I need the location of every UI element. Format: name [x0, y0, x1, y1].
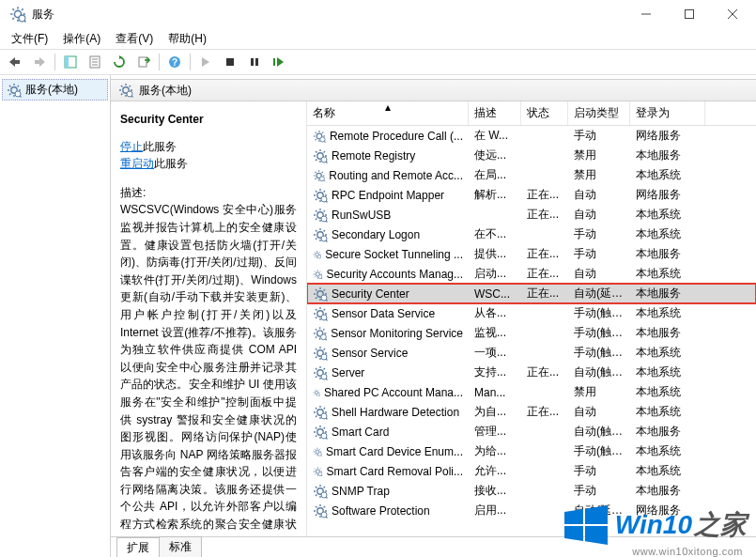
refresh-button[interactable]: [108, 52, 131, 72]
cell-name: RPC Endpoint Mapper: [307, 187, 469, 204]
column-name[interactable]: 名称▴: [307, 101, 469, 125]
minimize-button[interactable]: [625, 0, 668, 28]
cell-startup: 手动(触发...: [568, 344, 630, 362]
table-row[interactable]: Server支持...正在...自动(触发...本地系统: [307, 363, 756, 382]
svg-marker-33: [585, 526, 608, 545]
toolbar-separator: [159, 54, 160, 70]
menu-file[interactable]: 文件(F): [4, 29, 55, 49]
column-startup[interactable]: 启动类型: [568, 101, 630, 125]
cell-status: 正在...: [521, 364, 568, 381]
column-description[interactable]: 描述: [469, 101, 521, 125]
cell-name: Server: [307, 364, 469, 381]
table-row[interactable]: SNMP Trap接收...手动本地服务: [307, 481, 756, 501]
svg-rect-15: [15, 60, 20, 64]
gear-icon: [313, 208, 328, 223]
table-row[interactable]: Sensor Service一项...手动(触发...本地系统: [307, 343, 756, 363]
column-status[interactable]: 状态: [521, 101, 568, 125]
toolbar-separator: [54, 54, 55, 70]
cell-logon: 本地服务: [630, 324, 705, 342]
table-row[interactable]: Smart Card Removal Poli...允许...手动本地系统: [307, 461, 756, 481]
menu-view[interactable]: 查看(V): [108, 29, 161, 49]
restart-link[interactable]: 重启动: [120, 157, 154, 170]
tree-node-services-local[interactable]: 服务(本地): [2, 79, 108, 101]
cell-description: 为自...: [469, 403, 521, 421]
cell-startup: 手动: [568, 225, 630, 243]
gear-icon: [313, 129, 326, 144]
forward-button[interactable]: [28, 52, 51, 72]
restart-service-button[interactable]: [268, 52, 290, 72]
svg-rect-16: [35, 60, 39, 64]
stop-link[interactable]: 停止: [120, 140, 143, 153]
table-row[interactable]: Secure Socket Tunneling ...提供...正在...手动本…: [307, 244, 756, 264]
cell-logon: 本地系统: [630, 304, 705, 322]
workspace: 服务(本地) 服务(本地) Security Center 停止此服务 重启动此…: [0, 75, 756, 557]
table-row[interactable]: Security CenterWSC...正在...自动(延迟...本地服务: [307, 284, 756, 303]
cell-startup: 手动: [568, 462, 630, 480]
restart-suffix: 此服务: [154, 157, 188, 170]
start-service-button[interactable]: [194, 52, 217, 72]
pause-service-button[interactable]: [243, 52, 266, 72]
table-row[interactable]: Sensor Monitoring Service监视...手动(触发...本地…: [307, 323, 756, 343]
selected-service-title: Security Center: [120, 111, 297, 129]
properties-button[interactable]: [84, 52, 106, 72]
svg-marker-30: [564, 509, 583, 524]
svg-rect-18: [65, 56, 69, 68]
gear-icon: [313, 306, 328, 321]
cell-description: WSC...: [469, 286, 521, 302]
cell-logon: 本地系统: [630, 166, 705, 184]
cell-startup: 自动: [568, 265, 630, 283]
cell-startup: 手动: [568, 245, 630, 263]
table-row[interactable]: Sensor Data Service从各...手动(触发...本地系统: [307, 303, 756, 323]
menu-action[interactable]: 操作(A): [55, 29, 108, 49]
tab-standard[interactable]: 标准: [159, 536, 202, 557]
export-button[interactable]: [132, 52, 155, 72]
table-row[interactable]: Shared PC Account Mana...Man...禁用本地系统: [307, 382, 756, 402]
table-row[interactable]: Shell Hardware Detection为自...正在...自动本地系统: [307, 402, 756, 422]
table-row[interactable]: Secondary Logon在不...手动本地系统: [307, 224, 756, 244]
cell-startup: 禁用: [568, 166, 630, 184]
gear-icon: [7, 83, 22, 98]
table-row[interactable]: Smart Card Device Enum...为给...手动(触发...本地…: [307, 441, 756, 461]
column-logon[interactable]: 登录为: [630, 101, 705, 125]
cell-name: Security Center: [307, 286, 469, 302]
stop-suffix: 此服务: [143, 140, 177, 153]
cell-logon: 本地服务: [630, 285, 705, 302]
cell-description: 在 W...: [469, 127, 521, 145]
table-row[interactable]: RunSwUSB正在...自动本地系统: [307, 205, 756, 224]
cell-description: 启动...: [469, 265, 521, 283]
cell-description: 允许...: [469, 462, 521, 480]
cell-status: [521, 471, 568, 472]
svg-rect-27: [251, 58, 254, 66]
cell-description: 从各...: [469, 304, 521, 322]
cell-status: [521, 392, 568, 394]
cell-name: Smart Card: [307, 424, 469, 441]
cell-startup: 手动: [568, 482, 630, 500]
cell-status: 正在...: [521, 245, 568, 263]
table-row[interactable]: Routing and Remote Acc...在局...禁用本地系统: [307, 165, 756, 185]
menu-help[interactable]: 帮助(H): [161, 29, 214, 49]
list-header: 名称▴ 描述 状态 启动类型 登录为: [307, 101, 756, 126]
tab-extended[interactable]: 扩展: [116, 537, 160, 557]
cell-startup: 禁用: [568, 147, 630, 164]
table-row[interactable]: Remote Procedure Call (...在 W...手动网络服务: [307, 126, 756, 146]
service-list[interactable]: Remote Procedure Call (...在 W...手动网络服务Re…: [307, 126, 756, 536]
show-hide-tree-button[interactable]: [59, 52, 82, 72]
table-row[interactable]: Remote Registry使远...禁用本地服务: [307, 146, 756, 165]
help-button[interactable]: ?: [163, 52, 186, 72]
cell-logon: 本地系统: [630, 225, 705, 243]
cell-description: 管理...: [469, 423, 521, 441]
close-button[interactable]: [711, 0, 754, 28]
maximize-button[interactable]: [668, 0, 711, 28]
tree-pane: 服务(本地): [0, 75, 111, 557]
table-row[interactable]: Security Accounts Manag...启动...正在...自动本地…: [307, 264, 756, 284]
table-row[interactable]: RPC Endpoint Mapper解析...正在...自动网络服务: [307, 185, 756, 205]
back-button[interactable]: [4, 52, 26, 72]
table-row[interactable]: Smart Card管理...自动(触发...本地服务: [307, 422, 756, 441]
gear-icon: [313, 247, 321, 262]
content-header: 服务(本地): [111, 79, 756, 101]
cell-status: 正在...: [521, 403, 568, 421]
gear-icon: [313, 385, 320, 400]
cell-logon: 本地系统: [630, 364, 705, 381]
stop-service-button[interactable]: [219, 52, 241, 72]
cell-name: Software Protection: [307, 503, 469, 519]
